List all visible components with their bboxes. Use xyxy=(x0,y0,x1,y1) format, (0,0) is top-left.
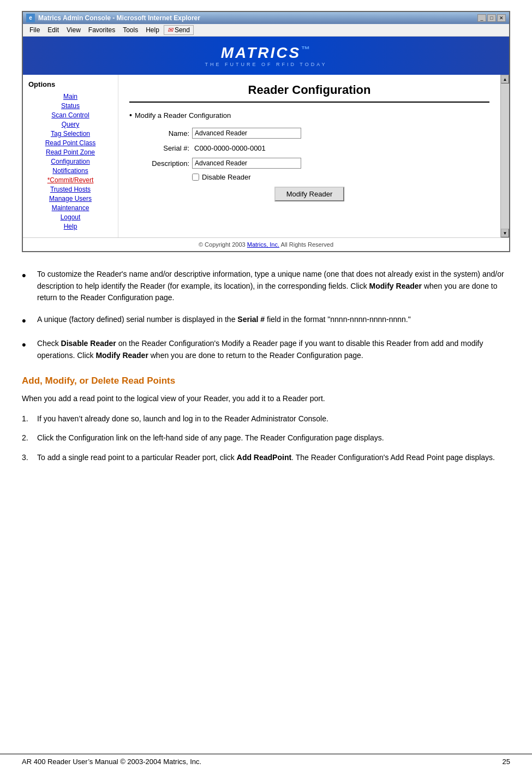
modify-label: • Modify a Reader Configuration xyxy=(129,111,489,120)
sidebar-link-commit-revert[interactable]: *Commit/Revert xyxy=(28,176,112,184)
scroll-thumb[interactable] xyxy=(501,84,509,229)
step-3: 3. To add a single read point to a parti… xyxy=(22,452,510,464)
menu-view[interactable]: View xyxy=(63,25,84,35)
sidebar-link-scan-control[interactable]: Scan Control xyxy=(28,111,112,119)
menu-favorites[interactable]: Favorites xyxy=(85,25,118,35)
section-heading: Add, Modify, or Delete Read Points xyxy=(22,375,510,386)
scroll-up-button[interactable]: ▲ xyxy=(501,75,509,84)
sidebar-link-help[interactable]: Help xyxy=(28,223,112,230)
scrollbar[interactable]: ▲ ▼ xyxy=(500,75,509,237)
bullet-text-3: Check Disable Reader on the Reader Confi… xyxy=(37,338,510,361)
matrics-logo: MATRICS™ xyxy=(205,44,327,62)
toolbar-area: ✉ Send xyxy=(164,25,506,35)
menu-tools[interactable]: Tools xyxy=(119,25,141,35)
browser-icon: e xyxy=(26,14,35,22)
browser-window: e Matrics Admin Console - Microsoft Inte… xyxy=(22,11,510,252)
browser-title-text: Matrics Admin Console - Microsoft Intern… xyxy=(38,14,200,22)
step-number-3: 3. xyxy=(22,452,37,464)
sidebar-link-notifications[interactable]: Notifications xyxy=(28,167,112,175)
modify-label-text: Modify a Reader Configuration xyxy=(135,111,231,120)
name-input[interactable] xyxy=(192,128,301,139)
footer-link[interactable]: Matrics, Inc. xyxy=(247,241,279,248)
step-text-3: To add a single read point to a particul… xyxy=(37,452,510,464)
desc-input[interactable] xyxy=(192,158,301,169)
step-1: 1. If you haven’t already done so, launc… xyxy=(22,413,510,425)
browser-controls[interactable]: _ □ ✕ xyxy=(477,14,506,22)
sidebar-link-manage-users[interactable]: Manage Users xyxy=(28,195,112,202)
body-content: • To customize the Reader's name and/or … xyxy=(22,269,510,464)
disable-reader-label: Disable Reader xyxy=(202,173,251,181)
web-content: MATRICS™ THE FUTURE OF RFID TODAY Option… xyxy=(23,37,509,251)
maximize-button[interactable]: □ xyxy=(487,14,496,22)
minimize-button[interactable]: _ xyxy=(477,14,486,22)
bullet-text-2: A unique (factory defined) serial number… xyxy=(37,314,510,326)
step-number-2: 2. xyxy=(22,432,37,444)
sidebar-link-read-point-class[interactable]: Read Point Class xyxy=(28,139,112,147)
browser-title: e Matrics Admin Console - Microsoft Inte… xyxy=(26,14,200,22)
sidebar-link-configuration[interactable]: Configuration xyxy=(28,158,112,165)
sidebar-link-logout[interactable]: Logout xyxy=(28,213,112,221)
web-header: MATRICS™ THE FUTURE OF RFID TODAY xyxy=(23,37,509,75)
matrics-tagline: THE FUTURE OF RFID TODAY xyxy=(205,62,327,67)
web-footer: © Copyright 2003 Matrics, Inc. All Right… xyxy=(23,237,509,251)
footer-text: © Copyright 2003 Matrics, Inc. All Right… xyxy=(199,241,333,248)
logo-text: MATRICS xyxy=(221,44,301,61)
bullet-text-1: To customize the Reader's name and/or de… xyxy=(37,269,510,304)
menu-file[interactable]: File xyxy=(26,25,43,35)
sidebar-link-tag-selection[interactable]: Tag Selection xyxy=(28,130,112,138)
bullet-icon: • xyxy=(129,111,132,120)
web-sidebar: Options Main Status Scan Control Query T… xyxy=(23,75,118,237)
step-2: 2. Click the Configuration link on the l… xyxy=(22,432,510,444)
step-text-2: Click the Configuration link on the left… xyxy=(37,432,510,444)
sidebar-link-query[interactable]: Query xyxy=(28,121,112,128)
form-row-serial: Serial #: C000-0000-0000-0001 xyxy=(129,143,489,153)
web-main: Reader Configuration • Modify a Reader C… xyxy=(118,75,500,237)
name-label: Name: xyxy=(129,129,189,138)
sidebar-link-main[interactable]: Main xyxy=(28,93,112,100)
serial-value: C000-0000-0000-0001 xyxy=(192,143,268,153)
bullet-item-3: • Check Disable Reader on the Reader Con… xyxy=(22,338,510,361)
menu-edit[interactable]: Edit xyxy=(44,25,62,35)
disable-reader-row: Disable Reader xyxy=(192,173,489,181)
browser-titlebar: e Matrics Admin Console - Microsoft Inte… xyxy=(23,12,509,24)
desc-label: Description: xyxy=(129,159,189,168)
close-button[interactable]: ✕ xyxy=(497,14,506,22)
sidebar-link-trusted-hosts[interactable]: Trusted Hosts xyxy=(28,186,112,193)
send-label: Send xyxy=(175,26,190,34)
send-icon: ✉ xyxy=(168,26,173,34)
sidebar-link-read-point-zone[interactable]: Read Point Zone xyxy=(28,148,112,156)
serial-label: Serial #: xyxy=(129,144,189,152)
bullet-dot-2: • xyxy=(22,314,33,328)
step-text-1: If you haven’t already done so, launch a… xyxy=(37,413,510,425)
bullet-item-2: • A unique (factory defined) serial numb… xyxy=(22,314,510,328)
footer-left: AR 400 Reader User’s Manual © 2003-2004 … xyxy=(22,758,201,766)
scroll-down-button[interactable]: ▼ xyxy=(501,229,509,237)
send-button[interactable]: ✉ Send xyxy=(164,25,194,35)
web-page-title: Reader Configuration xyxy=(129,83,489,103)
modify-reader-button[interactable]: Modify Reader xyxy=(274,187,345,201)
bullet-dot-3: • xyxy=(22,338,33,352)
section-intro: When you add a read point to the logical… xyxy=(22,393,510,405)
sidebar-link-status[interactable]: Status xyxy=(28,102,112,110)
step-number-1: 1. xyxy=(22,413,37,425)
sidebar-title: Options xyxy=(28,80,112,88)
numbered-list: 1. If you haven’t already done so, launc… xyxy=(22,413,510,464)
disable-reader-checkbox[interactable] xyxy=(192,174,199,181)
footer-right: 25 xyxy=(503,758,510,766)
bullet-dot-1: • xyxy=(22,269,33,283)
form-row-name: Name: xyxy=(129,128,489,139)
sidebar-link-maintenance[interactable]: Maintenance xyxy=(28,204,112,212)
bullet-list: • To customize the Reader's name and/or … xyxy=(22,269,510,362)
bullet-item-1: • To customize the Reader's name and/or … xyxy=(22,269,510,304)
form-row-desc: Description: xyxy=(129,158,489,169)
menu-help[interactable]: Help xyxy=(142,25,163,35)
page-footer: AR 400 Reader User’s Manual © 2003-2004 … xyxy=(0,754,532,769)
browser-menubar: File Edit View Favorites Tools Help ✉ Se… xyxy=(23,24,509,37)
web-body: Options Main Status Scan Control Query T… xyxy=(23,75,509,237)
